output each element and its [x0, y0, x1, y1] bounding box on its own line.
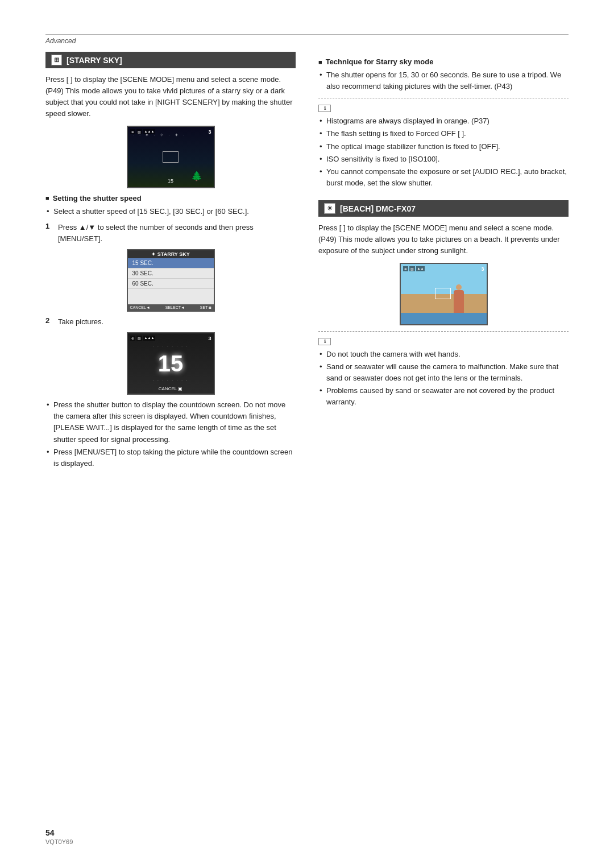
- menu-title-bar: ✦ STARRY SKY: [128, 250, 214, 258]
- step-2-text: Take pictures.: [58, 316, 103, 328]
- countdown-notes: Press the shutter button to display the …: [45, 399, 296, 469]
- menu-select-label: SELECT◄: [165, 305, 185, 309]
- focus-box: [163, 151, 179, 163]
- note-item-2: The flash setting is fixed to Forced OFF…: [318, 128, 569, 139]
- beach-icon-3: ▲▲: [416, 266, 425, 271]
- countdown-dots-top: · · · · · · · ·: [152, 344, 188, 349]
- note-icon-2: ℹ: [318, 338, 331, 345]
- page-code: VQT0Y69: [45, 838, 73, 845]
- countdown-note-1: Press the shutter button to display the …: [45, 399, 296, 445]
- countdown-note-2: Press [MENU/SET] to stop taking the pict…: [45, 447, 296, 469]
- beach-intro: Press [ ] to display the [SCENE MODE] me…: [318, 222, 569, 257]
- page-number: 54: [45, 828, 73, 837]
- two-column-layout: ⊞ [STARRY SKY] Press [ ] to display the …: [45, 52, 569, 474]
- note-list: Histograms are always displayed in orang…: [318, 115, 569, 189]
- page-footer: 54 VQT0Y69: [45, 828, 73, 845]
- countdown-icon-2: ▨: [136, 336, 142, 341]
- countdown-num-right: 3: [208, 336, 211, 341]
- step-1: 1 Press ▲/▼ to select the number of seco…: [45, 222, 296, 245]
- countdown-icon-1: ⊕: [130, 336, 135, 341]
- menu-cancel-label: CANCEL◄: [130, 305, 150, 309]
- dashed-rule-1: [318, 98, 569, 98]
- starry-sky-intro: Press [ ] to display the [SCENE MODE] me…: [45, 74, 296, 120]
- shutter-speed-item-1: Select a shutter speed of [15 SEC.], [30…: [45, 206, 296, 217]
- screen-number-right: 3: [208, 129, 211, 135]
- advanced-label: Advanced: [45, 37, 569, 45]
- note-item-5: You cannot compensate the exposure or se…: [318, 166, 569, 189]
- beach-icon-1: ⊕: [403, 266, 408, 271]
- countdown-icon-3: ▲▲▲: [143, 336, 156, 341]
- beach-notes: Do not touch the camera with wet hands. …: [318, 349, 569, 408]
- countdown-cancel-icon: ▣: [178, 386, 182, 391]
- note-box-2: ℹ: [318, 337, 569, 345]
- beach-heading: ☀ [BEACH] DMC-FX07: [318, 200, 569, 217]
- beach-note-1: Do not touch the camera with wet hands.: [318, 349, 569, 360]
- beach-focus-box: [435, 288, 451, 299]
- countdown-cancel-label: CANCEL ▣: [159, 386, 182, 391]
- menu-bottom-bar: CANCEL◄ SELECT◄ SET ◙: [128, 304, 214, 311]
- technique-item-1: The shutter opens for 15, 30 or 60 secon…: [318, 69, 569, 92]
- beach-screen-icons: ⊕ ▨ ▲▲: [403, 266, 425, 271]
- countdown-screenshot: ⊕ ▨ ▲▲▲ 3 · · · · · · · · 15 · · · · · ·…: [127, 332, 215, 395]
- screen-icons-top: ⊕ ▨ ▲▲▲: [130, 129, 156, 134]
- countdown-dots-bottom: · · · · · · · ·: [152, 378, 188, 383]
- menu-item-60sec: 60 SEC.: [128, 279, 214, 289]
- starry-sky-title: [STARRY SKY]: [67, 56, 122, 65]
- starry-sky-heading: ⊞ [STARRY SKY]: [45, 52, 296, 68]
- note-box-1: ℹ: [318, 104, 569, 112]
- beach-note-2: Sand or seawater will cause the camera t…: [318, 361, 569, 384]
- beach-person-silhouette: [454, 290, 464, 313]
- step-2: 2 Take pictures.: [45, 316, 296, 328]
- dashed-rule-2: [318, 331, 569, 332]
- starry-sky-icon: ⊞: [51, 55, 62, 65]
- screen-icon-menu: ⊕: [130, 129, 135, 134]
- note-item-3: The optical image stabilizer function is…: [318, 141, 569, 152]
- tree-silhouette: 🌲: [191, 171, 202, 181]
- page: Advanced ⊞ [STARRY SKY] Press [ ] to dis…: [0, 0, 614, 868]
- technique-list: The shutter opens for 15, 30 or 60 secon…: [318, 69, 569, 92]
- technique-subheading: Technique for Starry sky mode: [318, 57, 569, 66]
- shutter-speed-subheading: Setting the shutter speed: [45, 194, 296, 202]
- beach-num-right: 3: [481, 266, 484, 272]
- menu-item-30sec: 30 SEC.: [128, 268, 214, 279]
- right-column: Technique for Starry sky mode The shutte…: [318, 52, 569, 474]
- countdown-screen-icons: ⊕ ▨ ▲▲▲: [130, 336, 156, 341]
- step-1-text: Press ▲/▼ to select the number of second…: [58, 222, 296, 245]
- beach-note-3: Problems caused by sand or seawater are …: [318, 385, 569, 408]
- left-column: ⊞ [STARRY SKY] Press [ ] to display the …: [45, 52, 296, 474]
- beach-icon: ☀: [324, 203, 335, 214]
- note-item-1: Histograms are always displayed in orang…: [318, 115, 569, 127]
- screen-icon-battery: ▨: [136, 129, 142, 134]
- shutter-speed-list: Select a shutter speed of [15 SEC.], [30…: [45, 206, 296, 217]
- beach-icon-2: ▨: [409, 266, 415, 271]
- note-icon-1: ℹ: [318, 105, 331, 112]
- beach-water: [401, 313, 487, 324]
- menu-item-15sec: 15 SEC.: [128, 258, 214, 268]
- top-rule: [45, 34, 569, 35]
- menu-set-label: SET ◙: [200, 305, 211, 309]
- beach-screenshot: ⊕ ▨ ▲▲ 3: [400, 263, 488, 325]
- menu-screenshot: ✦ STARRY SKY 15 SEC. 30 SEC. 60 SEC. CAN…: [127, 249, 215, 312]
- screen-icon-signal: ▲▲▲: [143, 129, 156, 134]
- step-1-num: 1: [45, 222, 55, 245]
- note-item-4: ISO sensitivity is fixed to [ISO100].: [318, 154, 569, 165]
- countdown-number: 15: [158, 351, 184, 377]
- starry-sky-screenshot-small: ⊕ ▨ ▲▲▲ 3 🌲 15: [127, 126, 215, 188]
- screen-bottom-num: 15: [168, 178, 173, 184]
- beach-title: [BEACH] DMC-FX07: [340, 204, 416, 213]
- step-2-num: 2: [45, 316, 55, 328]
